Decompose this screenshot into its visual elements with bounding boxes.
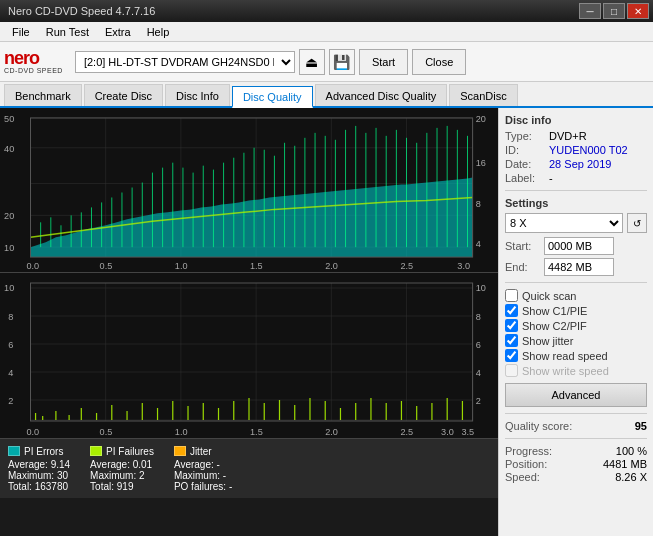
start-row: Start: bbox=[505, 237, 647, 255]
po-failures: PO failures: - bbox=[174, 481, 232, 492]
nero-brand-text: nero bbox=[4, 49, 63, 67]
svg-text:8: 8 bbox=[476, 199, 481, 209]
svg-text:0.5: 0.5 bbox=[100, 427, 113, 437]
type-value: DVD+R bbox=[549, 130, 587, 142]
divider-1 bbox=[505, 190, 647, 191]
svg-text:2.0: 2.0 bbox=[325, 261, 338, 271]
chart-top: 50 40 20 10 20 16 8 4 0.0 0.5 1.0 1.5 2.… bbox=[0, 108, 498, 273]
show-write-speed-row: Show write speed bbox=[505, 364, 647, 377]
show-read-speed-checkbox[interactable] bbox=[505, 349, 518, 362]
svg-text:6: 6 bbox=[476, 340, 481, 350]
svg-text:10: 10 bbox=[4, 243, 14, 253]
menu-run-test[interactable]: Run Test bbox=[38, 24, 97, 40]
titlebar-controls: ─ □ ✕ bbox=[579, 3, 649, 19]
speed-label: Speed: bbox=[505, 471, 540, 483]
show-c2pif-row: Show C2/PIF bbox=[505, 319, 647, 332]
show-jitter-label: Show jitter bbox=[522, 335, 573, 347]
show-c1pie-checkbox[interactable] bbox=[505, 304, 518, 317]
speed-value: 8.26 X bbox=[615, 471, 647, 483]
titlebar-title: Nero CD-DVD Speed 4.7.7.16 bbox=[8, 5, 155, 17]
maximize-button[interactable]: □ bbox=[603, 3, 625, 19]
svg-text:3.0: 3.0 bbox=[457, 261, 470, 271]
show-write-speed-label: Show write speed bbox=[522, 365, 609, 377]
svg-text:20: 20 bbox=[476, 114, 486, 124]
tab-advanced-disc-quality[interactable]: Advanced Disc Quality bbox=[315, 84, 448, 106]
pi-errors-total: Total: 163780 bbox=[8, 481, 70, 492]
menu-extra[interactable]: Extra bbox=[97, 24, 139, 40]
close-window-button[interactable]: ✕ bbox=[627, 3, 649, 19]
menu-help[interactable]: Help bbox=[139, 24, 178, 40]
start-label: Start: bbox=[505, 240, 540, 252]
chart-bottom: 10 8 6 4 2 10 8 6 4 2 0.0 0.5 1.0 1.5 2.… bbox=[0, 273, 498, 438]
show-c1pie-label: Show C1/PIE bbox=[522, 305, 587, 317]
divider-3 bbox=[505, 413, 647, 414]
pi-failures-maximum: Maximum: 2 bbox=[90, 470, 154, 481]
tab-benchmark[interactable]: Benchmark bbox=[4, 84, 82, 106]
show-jitter-checkbox[interactable] bbox=[505, 334, 518, 347]
label-label: Label: bbox=[505, 172, 549, 184]
tab-scan-disc[interactable]: ScanDisc bbox=[449, 84, 517, 106]
titlebar: Nero CD-DVD Speed 4.7.7.16 ─ □ ✕ bbox=[0, 0, 653, 22]
drive-select[interactable]: [2:0] HL-DT-ST DVDRAM GH24NSD0 LH00 bbox=[75, 51, 295, 73]
right-panel: Disc info Type: DVD+R ID: YUDEN000 T02 D… bbox=[498, 108, 653, 536]
svg-text:16: 16 bbox=[476, 158, 486, 168]
svg-text:1.0: 1.0 bbox=[175, 427, 188, 437]
svg-text:8: 8 bbox=[8, 312, 13, 322]
start-input[interactable] bbox=[544, 237, 614, 255]
svg-text:3.0: 3.0 bbox=[441, 427, 454, 437]
chart-top-svg: 50 40 20 10 20 16 8 4 0.0 0.5 1.0 1.5 2.… bbox=[0, 108, 498, 272]
save-icon-button[interactable]: 💾 bbox=[329, 49, 355, 75]
close-button[interactable]: Close bbox=[412, 49, 466, 75]
disc-label-row: Label: - bbox=[505, 172, 647, 184]
show-c1pie-row: Show C1/PIE bbox=[505, 304, 647, 317]
tab-create-disc[interactable]: Create Disc bbox=[84, 84, 163, 106]
legend-jitter: Jitter Average: - Maximum: - PO failures… bbox=[174, 446, 232, 492]
show-write-speed-checkbox bbox=[505, 364, 518, 377]
divider-4 bbox=[505, 438, 647, 439]
svg-text:10: 10 bbox=[476, 283, 486, 293]
quick-scan-checkbox[interactable] bbox=[505, 289, 518, 302]
jitter-maximum: Maximum: - bbox=[174, 470, 232, 481]
speed-select[interactable]: 8 X Max 4 X 16 X bbox=[505, 213, 623, 233]
start-button[interactable]: Start bbox=[359, 49, 408, 75]
svg-text:3.5: 3.5 bbox=[461, 427, 474, 437]
jitter-label: Jitter bbox=[190, 446, 212, 457]
svg-text:0.0: 0.0 bbox=[26, 261, 39, 271]
legend-pi-failures: PI Failures Average: 0.01 Maximum: 2 Tot… bbox=[90, 446, 154, 492]
type-label: Type: bbox=[505, 130, 549, 142]
svg-text:0.0: 0.0 bbox=[26, 427, 39, 437]
refresh-button[interactable]: ↺ bbox=[627, 213, 647, 233]
advanced-button[interactable]: Advanced bbox=[505, 383, 647, 407]
tab-disc-quality[interactable]: Disc Quality bbox=[232, 86, 313, 108]
jitter-color bbox=[174, 446, 186, 456]
tab-disc-info[interactable]: Disc Info bbox=[165, 84, 230, 106]
svg-text:8: 8 bbox=[476, 312, 481, 322]
quick-scan-row: Quick scan bbox=[505, 289, 647, 302]
chart-bottom-svg: 10 8 6 4 2 10 8 6 4 2 0.0 0.5 1.0 1.5 2.… bbox=[0, 273, 498, 438]
position-label: Position: bbox=[505, 458, 547, 470]
svg-text:10: 10 bbox=[4, 283, 14, 293]
label-value: - bbox=[549, 172, 553, 184]
progress-value: 100 % bbox=[616, 445, 647, 457]
legend-bar: PI Errors Average: 9.14 Maximum: 30 Tota… bbox=[0, 438, 498, 498]
eject-icon-button[interactable]: ⏏ bbox=[299, 49, 325, 75]
minimize-button[interactable]: ─ bbox=[579, 3, 601, 19]
settings-title: Settings bbox=[505, 197, 647, 209]
toolbar: nero CD-DVD SPEED [2:0] HL-DT-ST DVDRAM … bbox=[0, 42, 653, 82]
svg-text:1.5: 1.5 bbox=[250, 427, 263, 437]
quality-label: Quality score: bbox=[505, 420, 572, 432]
svg-text:2: 2 bbox=[476, 396, 481, 406]
pi-errors-color bbox=[8, 446, 20, 456]
menu-file[interactable]: File bbox=[4, 24, 38, 40]
menubar: File Run Test Extra Help bbox=[0, 22, 653, 42]
disc-info-title: Disc info bbox=[505, 114, 647, 126]
progress-row: Progress: 100 % bbox=[505, 445, 647, 457]
show-c2pif-checkbox[interactable] bbox=[505, 319, 518, 332]
pi-errors-average: Average: 9.14 bbox=[8, 459, 70, 470]
svg-text:4: 4 bbox=[476, 239, 481, 249]
svg-text:20: 20 bbox=[4, 211, 14, 221]
end-input[interactable] bbox=[544, 258, 614, 276]
show-read-speed-label: Show read speed bbox=[522, 350, 608, 362]
progress-section: Progress: 100 % Position: 4481 MB Speed:… bbox=[505, 445, 647, 483]
end-row: End: bbox=[505, 258, 647, 276]
